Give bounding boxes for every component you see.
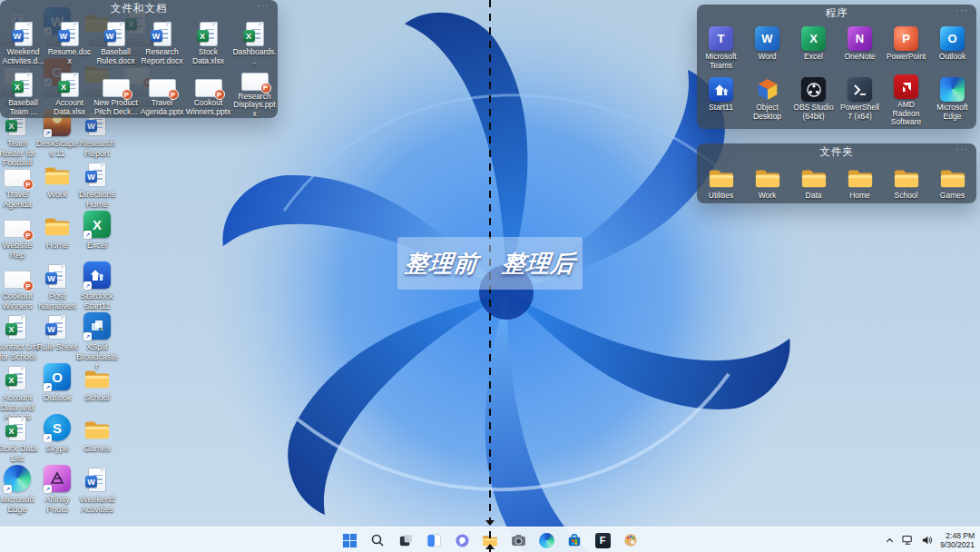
fence-grid: WWeekend Activites.d...WResume.docxWBase… (0, 16, 278, 118)
desktop-icon-skype[interactable]: S↗Skype (35, 412, 79, 454)
fence-item-resume-docx[interactable]: WResume.docx (46, 16, 93, 67)
fence-panel-programs: 程序···TMicrosoft TeamsWWordXExcelNOneNote… (697, 5, 976, 129)
fence-menu-dots[interactable]: ··· (956, 143, 968, 154)
skype-app-icon: S↗ (44, 412, 71, 441)
edge-app-icon (940, 74, 965, 102)
search-icon[interactable] (368, 529, 387, 551)
icon-label: Data (806, 192, 822, 201)
folder-icon (83, 361, 111, 390)
icon-label: Skype (45, 444, 68, 454)
icon-label: School (84, 393, 110, 403)
icon-label: Research Report (75, 139, 119, 158)
tray-chevron-up-icon[interactable] (885, 536, 895, 546)
teams-app-icon: T (709, 24, 733, 51)
fence-item-microsoft-edge[interactable]: Microsoft Edge (929, 72, 975, 123)
task-view-icon[interactable] (396, 529, 416, 551)
fence-item-account-data-xlsx[interactable]: XAccount Data.xlsx (46, 67, 93, 118)
excel-app-icon: X (801, 24, 826, 51)
fence-item-home[interactable]: Home (837, 160, 883, 202)
desktop-icon-school[interactable]: School (75, 361, 119, 403)
fence-item-stock-data-xlsx[interactable]: XStock Data.xlsx (185, 16, 231, 67)
excel-doc-icon: X (246, 19, 264, 46)
fence-menu-dots[interactable]: ··· (257, 0, 270, 11)
outlook-app-icon: O (940, 24, 965, 51)
icon-label: Website Rep (0, 241, 39, 260)
icon-label: Resume.docx (47, 48, 93, 65)
desktop-icon-contact-list-for-school[interactable]: XContact List for School (0, 310, 39, 361)
after-label: 整理后 (500, 248, 577, 280)
folder-icon (847, 163, 874, 190)
shortcut-arrow-icon: ↗ (44, 485, 52, 493)
desktop: Recycle BinW↗WordDataXDashboards and Ins… (0, 0, 980, 552)
desktop-icon-microsoft-edge[interactable]: ↗Microsoft Edge (0, 463, 39, 514)
fence-item-powershell-7-x64[interactable]: PowerShell 7 (x64) (837, 72, 883, 123)
ppt-doc-icon: P (103, 70, 130, 97)
fence-item-onenote[interactable]: NOneNote (837, 21, 883, 72)
fence-item-cookout-winners-pptx[interactable]: PCookout Winners.pptx (185, 67, 231, 118)
fence-item-new-product-pitch-deck[interactable]: PNew Product Pitch Deck... (93, 67, 139, 118)
icon-label: Cookout Winners (0, 291, 39, 310)
clock[interactable]: 2:48 PM 9/30/2021 (940, 531, 975, 549)
fence-item-microsoft-teams[interactable]: TMicrosoft Teams (698, 21, 744, 72)
fence-item-games[interactable]: Games (929, 160, 975, 202)
icon-label: Microsoft Edge (930, 104, 975, 121)
desktop-icon-stardock-start11[interactable]: ↗Stardock Start11 (75, 260, 119, 310)
store-icon[interactable] (564, 529, 584, 551)
desktop-icon-weekend-activities[interactable]: WWeekend Activities (75, 463, 119, 514)
chat-icon[interactable] (452, 529, 472, 551)
speaker-icon[interactable] (921, 535, 933, 546)
icon-label: Work (48, 190, 67, 200)
fences-icon[interactable]: F (593, 529, 612, 551)
widgets-icon[interactable] (424, 529, 444, 551)
fence-item-baseball-team[interactable]: XBaseball Team ... (0, 67, 46, 118)
onenote-app-icon: N (848, 24, 872, 51)
fence-item-dashboards[interactable]: XDashboards... (231, 16, 278, 67)
fence-item-utilities[interactable]: Utilities (698, 160, 744, 202)
desktop-icon-cookout-winners[interactable]: PCookout Winners (0, 260, 39, 310)
desktop-icon-work[interactable]: Work (35, 158, 79, 200)
fence-item-work[interactable]: Work (744, 160, 790, 202)
fence-item-outlook[interactable]: OOutlook (929, 21, 975, 72)
fence-item-object-desktop[interactable]: Object Desktop (744, 72, 790, 123)
fence-item-amd-radeon-software[interactable]: AMD Radeon Software (883, 72, 929, 123)
edge-icon[interactable] (536, 529, 556, 551)
fence-panel-files-and-documents: 文件和文档···WWeekend Activites.d...WResume.d… (0, 0, 278, 118)
fence-menu-dots[interactable]: ··· (956, 5, 968, 15)
desktop-icon-excel[interactable]: X↗Excel (75, 209, 119, 251)
desktop-icon-outlook[interactable]: O↗Outlook (35, 361, 79, 403)
fence-item-start11[interactable]: Start11 (698, 72, 744, 123)
camera-icon[interactable] (508, 529, 528, 551)
desktop-icon-travel-agenda[interactable]: PTravel Agenda (0, 158, 39, 209)
desktop-icon-directions-home[interactable]: WDirections Home (75, 158, 119, 209)
tray-time: 2:48 PM (940, 531, 975, 540)
fence-item-word[interactable]: WWord (744, 21, 790, 72)
icon-label: Stock Data.xlsx (186, 48, 231, 65)
ppt-app-icon: P (894, 24, 918, 51)
icon-label: Cookout Winners.pptx (186, 99, 231, 116)
fence-item-excel[interactable]: XExcel (790, 21, 837, 72)
desktop-icon-home[interactable]: Home (35, 209, 79, 251)
desktop-icon-affinity-photo[interactable]: ↗Affinity Photo (35, 463, 79, 514)
fence-item-weekend-activites-d[interactable]: WWeekend Activites.d... (0, 16, 46, 67)
icon-label: Account Data.xlsx (47, 99, 93, 116)
start-button[interactable] (339, 529, 359, 551)
fence-item-research-displays-pptx[interactable]: PResearch Displays.pptx (231, 67, 278, 118)
desktop-icon-stock-data-list[interactable]: XStock Data List (0, 412, 39, 463)
fence-item-powerpoint[interactable]: PPowerPoint (883, 21, 929, 72)
fence-item-baseball-rules-docx[interactable]: WBaseball Rules.docx (93, 16, 139, 67)
fence-item-obs-studio-64bit[interactable]: OBS Studio (64bit) (790, 72, 837, 123)
paint-icon[interactable] (621, 529, 641, 551)
desktop-icon-post-narratives[interactable]: WPost Narratives (35, 260, 79, 310)
ppt-doc-icon: P (149, 70, 176, 97)
fence-item-school[interactable]: School (883, 160, 929, 202)
desktop-icon-website-rep[interactable]: PWebsite Rep (0, 209, 39, 260)
network-icon[interactable] (902, 535, 914, 546)
icon-label: AMD Radeon Software (884, 101, 929, 127)
fence-item-research-report-docx[interactable]: WResearch Report.docx (139, 16, 185, 67)
desktop-icon-rule-sheet[interactable]: WRule Sheet (35, 310, 79, 352)
desktop-icon-games[interactable]: Games (75, 412, 119, 454)
ppt-doc-icon: P (4, 158, 31, 187)
obs-app-icon (801, 74, 826, 102)
fence-item-data[interactable]: Data (790, 160, 837, 202)
fence-item-travel-agenda-pptx[interactable]: PTravel Agenda.pptx (139, 67, 185, 118)
